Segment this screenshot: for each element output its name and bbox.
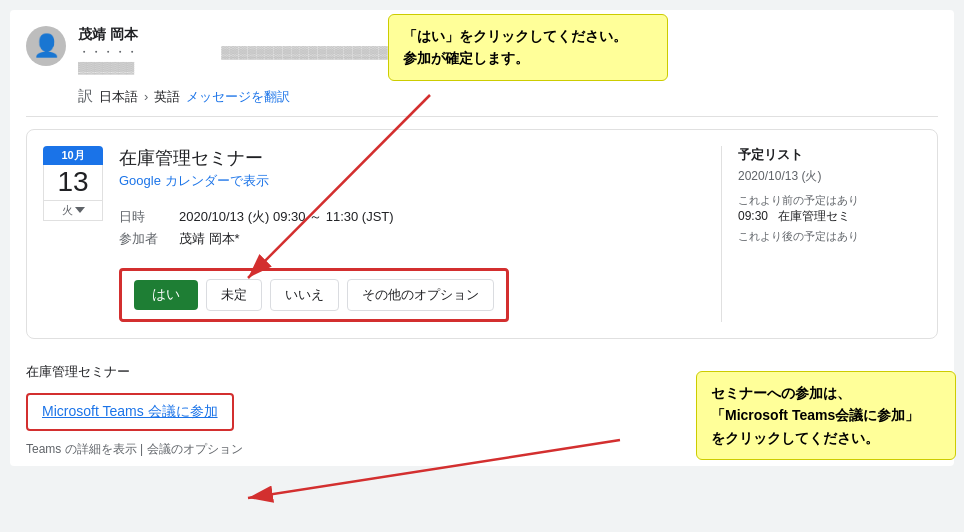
calendar-weekday: 火 xyxy=(43,201,103,221)
rsvp-options-button[interactable]: その他のオプション xyxy=(347,279,494,311)
date-value: 2020/10/13 (火) 09:30 ～ 11:30 (JST) xyxy=(179,208,394,226)
from-language[interactable]: 日本語 xyxy=(99,88,138,106)
rsvp-undecided-button[interactable]: 未定 xyxy=(206,279,262,311)
event-date-row: 日時 2020/10/13 (火) 09:30 ～ 11:30 (JST) xyxy=(119,208,705,226)
schedule-entry-title: 在庫管理セミ xyxy=(778,209,850,223)
schedule-date: 2020/10/13 (火) xyxy=(738,168,921,185)
event-title: 在庫管理セミナー xyxy=(119,146,705,170)
event-details: 在庫管理セミナー Google カレンダーで表示 日時 2020/10/13 (… xyxy=(119,146,705,322)
event-attendee-row: 参加者 茂靖 岡本* xyxy=(119,230,705,248)
schedule-entry: 09:30 在庫管理セミ xyxy=(738,208,921,225)
rsvp-yes-button[interactable]: はい xyxy=(134,280,198,310)
tooltip1-line2: 参加が確定します。 xyxy=(403,50,529,66)
attendee-value: 茂靖 岡本* xyxy=(179,230,240,248)
calendar-icon-block: 10月 13 火 xyxy=(43,146,103,322)
rsvp-area: はい 未定 いいえ その他のオプション xyxy=(119,268,509,322)
avatar: 👤 xyxy=(26,26,66,66)
schedule-entry-time: 09:30 xyxy=(738,209,768,223)
tooltip-teams-instruction: セミナーへの参加は、 「Microsoft Teams会議に参加」 をクリックし… xyxy=(696,371,956,460)
tooltip-yes-instruction: 「はい」をクリックしてください。 参加が確定します。 xyxy=(388,14,668,81)
teams-separator: | xyxy=(140,442,143,456)
calendar-triangle-icon xyxy=(75,207,85,213)
teams-detail-link[interactable]: Teams の詳細を表示 xyxy=(26,442,137,456)
teams-join-block: Microsoft Teams 会議に参加 xyxy=(26,393,234,431)
translate-link[interactable]: メッセージを翻訳 xyxy=(186,88,290,106)
date-label: 日時 xyxy=(119,208,163,226)
schedule-sidebar: 予定リスト 2020/10/13 (火) これより前の予定はあり 09:30 在… xyxy=(721,146,921,322)
translation-bar: 訳 日本語 › 英語 メッセージを翻訳 xyxy=(26,81,938,117)
translate-icon: 訳 xyxy=(78,87,93,106)
schedule-no-before: これより前の予定はあり xyxy=(738,193,921,208)
to-language[interactable]: 英語 xyxy=(154,88,180,106)
avatar-icon: 👤 xyxy=(33,35,60,57)
calendar-day: 13 xyxy=(43,165,103,201)
calendar-month: 10月 xyxy=(43,146,103,165)
attendee-label: 参加者 xyxy=(119,230,163,248)
rsvp-no-button[interactable]: いいえ xyxy=(270,279,339,311)
teams-join-link[interactable]: Microsoft Teams 会議に参加 xyxy=(42,403,218,419)
schedule-title: 予定リスト xyxy=(738,146,921,164)
event-meta: 日時 2020/10/13 (火) 09:30 ～ 11:30 (JST) 参加… xyxy=(119,208,705,248)
tooltip2-line2: 「Microsoft Teams会議に参加」 xyxy=(711,407,919,423)
schedule-no-after: これより後の予定はあり xyxy=(738,229,921,244)
event-card: 10月 13 火 在庫管理セミナー Google カレンダーで表示 日時 202… xyxy=(26,129,938,339)
arrow-separator: › xyxy=(144,89,148,104)
google-calendar-link[interactable]: Google カレンダーで表示 xyxy=(119,172,269,190)
tooltip2-line1: セミナーへの参加は、 xyxy=(711,385,851,401)
tooltip2-line3: をクリックしてください。 xyxy=(711,430,879,446)
teams-options-link[interactable]: 会議のオプション xyxy=(147,442,243,456)
tooltip1-line1: 「はい」をクリックしてください。 xyxy=(403,28,627,44)
